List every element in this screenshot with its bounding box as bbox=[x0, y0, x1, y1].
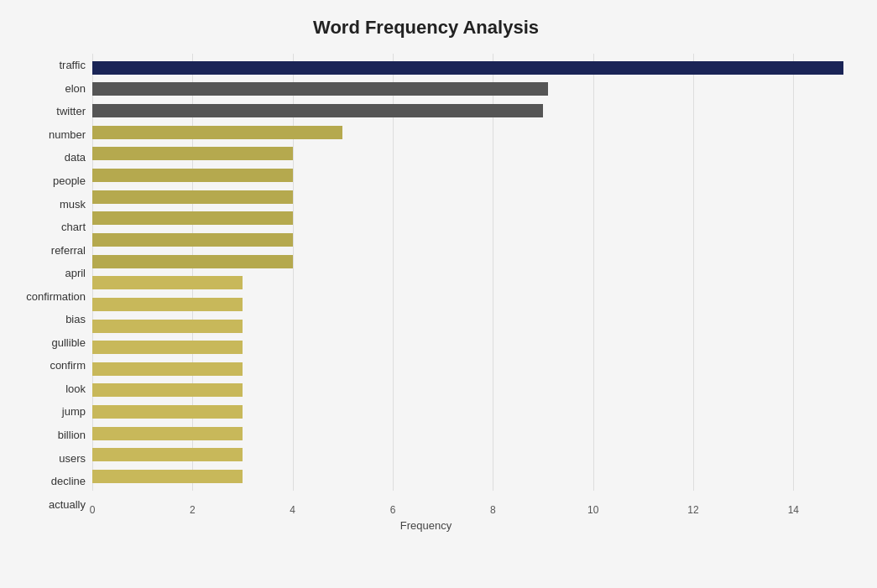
bar bbox=[92, 147, 293, 160]
x-tick: 0 bbox=[84, 504, 101, 516]
bar-row bbox=[92, 123, 843, 142]
bar-row bbox=[92, 381, 843, 399]
x-tick: 10 bbox=[585, 504, 602, 516]
y-label: gullible bbox=[52, 337, 86, 348]
chart-title: Word Frequency Analysis bbox=[8, 17, 843, 39]
y-label: number bbox=[49, 129, 86, 140]
bar bbox=[92, 320, 243, 333]
bar-row bbox=[92, 80, 843, 98]
x-tick: 4 bbox=[285, 504, 301, 516]
bar-row bbox=[92, 317, 843, 336]
chart-container: Word Frequency Analysis trafficelontwitt… bbox=[0, 0, 877, 588]
y-label: people bbox=[53, 175, 86, 186]
y-label: traffic bbox=[59, 60, 86, 70]
y-label: data bbox=[65, 152, 86, 163]
bars-wrapper bbox=[92, 54, 843, 491]
bar bbox=[92, 233, 293, 247]
bar bbox=[92, 104, 543, 117]
bar bbox=[92, 169, 293, 182]
y-label: bias bbox=[65, 314, 86, 325]
chart-area: trafficelontwitternumberdatapeoplemuskch… bbox=[8, 54, 843, 516]
y-label: april bbox=[65, 268, 86, 278]
x-tick: 2 bbox=[184, 504, 201, 516]
x-axis-title: Frequency bbox=[8, 519, 843, 532]
bar-row bbox=[92, 144, 843, 163]
bar-row bbox=[92, 101, 843, 120]
x-axis-labels: 02468101214 bbox=[92, 499, 843, 516]
y-label: actually bbox=[49, 499, 86, 510]
bar-row bbox=[92, 467, 843, 486]
bar bbox=[92, 341, 243, 354]
bar-row bbox=[92, 295, 843, 314]
bar bbox=[92, 82, 548, 96]
bar bbox=[92, 427, 243, 440]
y-label: musk bbox=[60, 199, 86, 210]
y-label: users bbox=[59, 453, 86, 464]
bar-row bbox=[92, 188, 843, 206]
y-label: twitter bbox=[56, 106, 86, 117]
x-tick: 12 bbox=[685, 504, 702, 516]
x-tick: 6 bbox=[384, 504, 401, 516]
y-label: look bbox=[65, 383, 86, 394]
bar-row bbox=[92, 445, 843, 464]
y-label: confirmation bbox=[26, 291, 86, 302]
bar bbox=[92, 211, 293, 225]
bar-row bbox=[92, 273, 843, 292]
bar bbox=[92, 362, 243, 376]
y-label: decline bbox=[51, 476, 86, 487]
bar-row bbox=[92, 403, 843, 421]
y-label: referral bbox=[51, 245, 86, 256]
bar bbox=[92, 276, 243, 289]
bar-row bbox=[92, 424, 843, 443]
y-label: jump bbox=[62, 406, 86, 417]
bar bbox=[92, 190, 293, 204]
x-tick: 14 bbox=[785, 504, 801, 516]
bar bbox=[92, 448, 243, 461]
bar-row bbox=[92, 59, 843, 77]
y-axis: trafficelontwitternumberdatapeoplemuskch… bbox=[8, 54, 92, 516]
y-label: chart bbox=[61, 221, 86, 232]
y-label: billion bbox=[58, 429, 86, 440]
bar bbox=[92, 126, 342, 139]
bar bbox=[92, 383, 243, 397]
bar-row bbox=[92, 166, 843, 185]
bar-row bbox=[92, 252, 843, 271]
bar bbox=[92, 405, 243, 419]
bar-row bbox=[92, 209, 843, 227]
bar bbox=[92, 61, 843, 75]
y-label: confirm bbox=[50, 360, 86, 371]
bar bbox=[92, 255, 293, 268]
bar bbox=[92, 470, 243, 483]
bars-area: 02468101214 bbox=[92, 54, 843, 516]
bar bbox=[92, 298, 243, 311]
bar-row bbox=[92, 338, 843, 356]
bar-row bbox=[92, 231, 843, 249]
bar-row bbox=[92, 360, 843, 378]
y-label: elon bbox=[65, 83, 86, 94]
x-tick: 8 bbox=[484, 504, 501, 516]
